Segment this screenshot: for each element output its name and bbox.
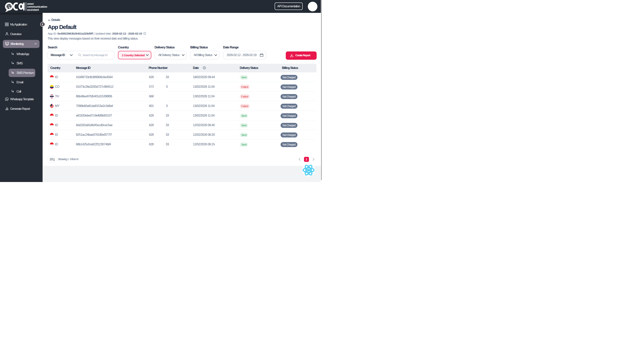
svg-text:assistant: assistant xyxy=(27,8,39,11)
svg-text:omni: omni xyxy=(27,2,34,5)
svg-text:communication: communication xyxy=(27,5,47,8)
